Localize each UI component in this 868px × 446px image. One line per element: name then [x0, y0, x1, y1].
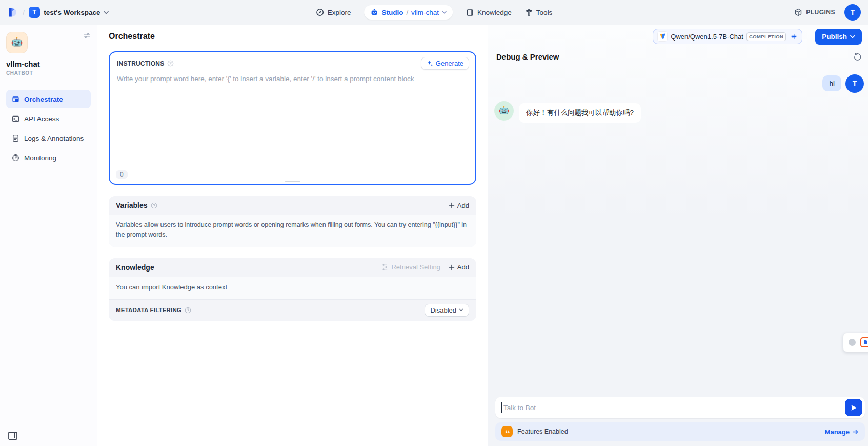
nav-divider: / [23, 8, 25, 17]
help-icon [167, 60, 174, 67]
debug-preview-panel: Qwen/Qwen1.5-7B-Chat COMPLETION Publish … [488, 25, 868, 446]
workspace-name: test's Workspace [44, 9, 100, 16]
page-title: Orchestrate [109, 32, 155, 41]
divider [6, 83, 91, 83]
arrow-right-icon [852, 429, 859, 435]
collapse-sidebar-icon[interactable] [8, 432, 17, 440]
publish-button[interactable]: Publish [815, 29, 862, 45]
sidebar-item-orchestrate[interactable]: Orchestrate [6, 90, 91, 108]
knowledge-description: You can import Knowledge as context [109, 277, 476, 299]
workspace-selector[interactable]: T test's Workspace [29, 7, 109, 18]
retrieval-setting-icon [381, 264, 388, 270]
user-message-bubble: hi [822, 75, 841, 91]
variables-description: Variables allow users to introduce promp… [109, 215, 476, 247]
features-label: Features Enabled [517, 428, 568, 435]
retrieval-setting-button[interactable]: Retrieval Setting [381, 263, 440, 271]
chat-input[interactable] [495, 397, 839, 418]
knowledge-icon [466, 9, 474, 16]
model-name: Qwen/Qwen1.5-7B-Chat [671, 33, 743, 41]
nav-studio[interactable]: Studio / vllm-chat [364, 5, 453, 20]
app-settings-icon[interactable] [83, 32, 91, 40]
vllm-provider-icon [657, 31, 668, 42]
chat-input-container [495, 397, 865, 418]
char-counter: 0 [116, 170, 128, 179]
sparkles-icon [427, 60, 433, 67]
current-app-name: vllm-chat [411, 9, 439, 16]
bot-chat-avatar [494, 101, 514, 121]
resize-handle[interactable] [285, 181, 300, 182]
orchestrate-icon [11, 95, 19, 103]
plus-icon [449, 202, 455, 208]
logs-icon [11, 134, 19, 142]
robot-emoji-icon [11, 36, 23, 49]
top-nav: / T test's Workspace Explore Studio / vl… [0, 0, 868, 25]
tools-icon [525, 9, 533, 16]
nav-tools[interactable]: Tools [525, 9, 553, 16]
model-mode-badge: COMPLETION [746, 32, 786, 41]
sidebar-item-logs-annotations[interactable]: Logs & Annotations [6, 129, 91, 147]
robot-emoji-icon [498, 105, 510, 117]
chevron-down-icon [850, 35, 855, 38]
debug-preview-title: Debug & Preview [496, 52, 559, 61]
studio-label: Studio [381, 9, 403, 16]
chat-messages: hi T 你好！有什么问题我可以帮助你吗? [488, 61, 868, 397]
features-icon [501, 426, 513, 437]
generate-button[interactable]: Generate [421, 57, 469, 70]
instructions-panel: INSTRUCTIONS Generate 0 [109, 51, 476, 185]
metadata-filtering-dropdown[interactable]: Disabled [425, 304, 469, 317]
restart-conversation-icon[interactable] [853, 52, 862, 61]
chevron-down-icon [459, 308, 463, 312]
user-message-row: hi T [494, 74, 865, 93]
api-access-icon [11, 115, 19, 123]
sidebar-item-api-access[interactable]: API Access [6, 109, 91, 128]
app-name: vllm-chat [6, 60, 91, 68]
user-chat-avatar: T [845, 74, 864, 93]
widget-dot-icon [849, 339, 856, 346]
workspace-avatar: T [29, 7, 40, 18]
nav-knowledge[interactable]: Knowledge [466, 9, 512, 16]
nav-explore[interactable]: Explore [316, 8, 351, 16]
studio-robot-icon [370, 8, 378, 16]
model-parameters-icon[interactable] [790, 33, 798, 41]
knowledge-section: Knowledge Retrieval Setting Add [109, 258, 476, 321]
orchestrate-panel: Orchestrate INSTRUCTIONS Generate 0 [97, 25, 488, 446]
prompt-textarea[interactable] [117, 75, 468, 157]
features-bar[interactable]: Features Enabled Manage [495, 422, 865, 441]
sidebar-item-monitoring[interactable]: Monitoring [6, 148, 91, 167]
variables-section: Variables Add Variables allow users to i… [109, 196, 476, 247]
chevron-down-icon [104, 11, 109, 14]
send-button[interactable] [845, 399, 862, 416]
plugins-icon [794, 8, 802, 16]
bot-message-row: 你好！有什么问题我可以帮助你吗? [494, 101, 865, 123]
app-switcher-chevron-icon[interactable] [442, 11, 447, 14]
manage-features-link[interactable]: Manage [825, 428, 859, 436]
plus-icon [449, 264, 455, 270]
user-avatar[interactable]: T [844, 4, 861, 21]
variables-title: Variables [116, 201, 148, 209]
instructions-title: INSTRUCTIONS [117, 60, 164, 67]
add-variable-button[interactable]: Add [449, 202, 469, 209]
text-caret [501, 402, 502, 413]
nav-plugins[interactable]: PLUGINS [794, 8, 835, 16]
help-icon [151, 202, 157, 209]
app-sidebar: vllm-chat CHATBOT Orchestrate API Access… [0, 25, 97, 446]
bot-message-bubble: 你好！有什么问题我可以帮助你吗? [519, 103, 641, 123]
model-selector[interactable]: Qwen/Qwen1.5-7B-Chat COMPLETION [653, 29, 802, 44]
explore-icon [316, 8, 324, 16]
metadata-filtering-title: METADATA FILTERING [116, 307, 181, 313]
help-icon [185, 307, 191, 314]
divider [809, 32, 809, 41]
extension-widget[interactable] [843, 333, 868, 352]
dify-logo [7, 7, 18, 18]
app-type-badge: CHATBOT [6, 70, 91, 76]
monitoring-icon [11, 154, 19, 162]
send-icon [850, 404, 858, 412]
add-knowledge-button[interactable]: Add [449, 263, 469, 271]
app-icon [6, 32, 28, 53]
widget-app-icon [860, 337, 868, 347]
knowledge-title: Knowledge [116, 263, 154, 272]
